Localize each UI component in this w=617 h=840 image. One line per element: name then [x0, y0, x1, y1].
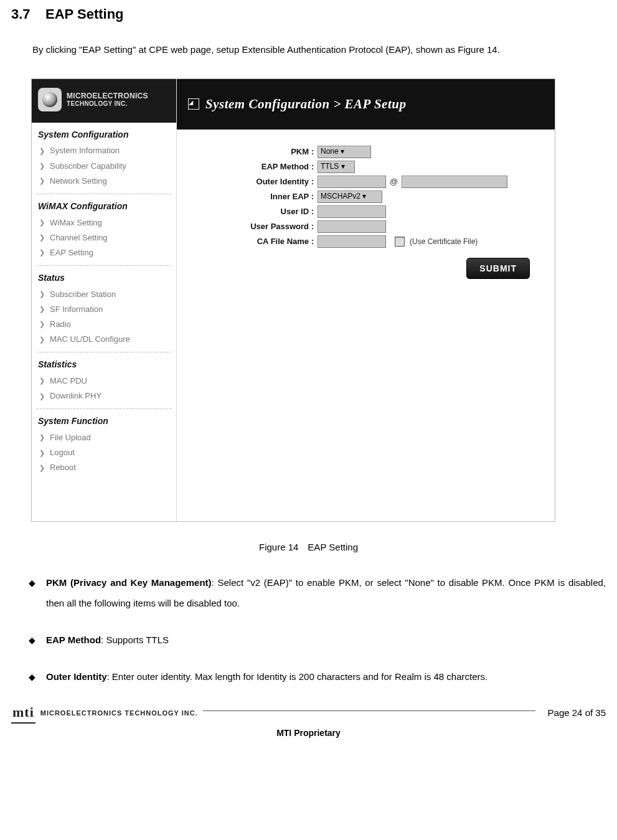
nav-label: MAC PDU — [50, 375, 87, 387]
chevron-right-icon: ❯ — [39, 290, 45, 299]
nav-label: File Upload — [50, 432, 91, 443]
chevron-right-icon: ❯ — [39, 218, 45, 227]
bullet-list: PKM (Privacy and Key Management): Select… — [11, 572, 606, 687]
chevron-right-icon: ❯ — [39, 248, 45, 257]
sidebar-item-file-upload[interactable]: ❯File Upload — [32, 430, 176, 445]
section-number: 3.7 — [11, 6, 31, 22]
footer-proprietary: MTI Proprietary — [11, 727, 606, 740]
pkm-select[interactable]: None ▾ — [318, 146, 371, 158]
nav-label: System Information — [50, 145, 120, 156]
footer-company: MICROELECTRONICS TECHNOLOGY INC. — [40, 709, 198, 718]
sidebar-item-mac-pdu[interactable]: ❯MAC PDU — [32, 374, 176, 389]
eap-method-value: TTLS — [321, 162, 339, 171]
sidebar-item-subscriber-capability[interactable]: ❯Subscriber Capability — [32, 159, 176, 174]
section-heading: 3.7 EAP Setting — [11, 5, 606, 24]
sidebar-item-mac-uldl[interactable]: ❯MAC UL/DL Configure — [32, 332, 176, 347]
section-title: EAP Setting — [45, 6, 124, 22]
nav-label: Reboot — [50, 462, 76, 473]
sidebar-item-channel-setting[interactable]: ❯Channel Setting — [32, 230, 176, 245]
chevron-right-icon: ❯ — [39, 392, 45, 401]
chevron-right-icon: ❯ — [39, 448, 45, 458]
nav-label: Network Setting — [50, 176, 107, 187]
chevron-right-icon: ❯ — [39, 335, 45, 344]
bullet-pkm-bold: PKM (Privacy and Key Management) — [46, 577, 212, 588]
sidebar-item-radio[interactable]: ❯Radio — [32, 317, 176, 332]
use-certificate-checkbox[interactable] — [395, 237, 405, 247]
nav-label: EAP Setting — [50, 247, 93, 258]
brand-logo-icon — [38, 88, 62, 111]
sidebar-item-logout[interactable]: ❯Logout — [32, 445, 176, 460]
page-number: Page 24 of 35 — [548, 706, 606, 720]
footer-divider — [203, 710, 535, 711]
inner-eap-label: Inner EAP : — [177, 191, 318, 202]
sidebar: MICROELECTRONICS TECHNOLOGY INC. System … — [32, 79, 177, 521]
sidebar-item-wimax-setting[interactable]: ❯WiMax Setting — [32, 215, 176, 230]
sidebar-item-subscriber-station[interactable]: ❯Subscriber Station — [32, 287, 176, 302]
chevron-right-icon: ❯ — [39, 161, 45, 171]
pkm-label: PKM : — [177, 146, 318, 158]
footer-logo: mti MICROELECTRONICS TECHNOLOGY INC. — [11, 703, 198, 724]
user-id-input[interactable] — [318, 205, 386, 218]
chevron-right-icon: ❯ — [39, 463, 45, 473]
eap-method-select[interactable]: TTLS ▾ — [318, 161, 355, 173]
user-id-label: User ID : — [177, 206, 318, 217]
chevron-right-icon: ❯ — [39, 146, 45, 156]
bullet-outer-text: : Enter outer identity. Max length for I… — [107, 671, 488, 682]
page-title: System Configuration > EAP Setup — [205, 95, 406, 113]
nav-label: Subscriber Station — [50, 289, 116, 300]
bullet-pkm: PKM (Privacy and Key Management): Select… — [11, 572, 606, 613]
arrow-icon — [188, 98, 199, 110]
bullet-eapm-text: : Supports TTLS — [101, 635, 169, 645]
bullet-eap-method: EAP Method: Supports TTLS — [11, 630, 606, 650]
nav-label: Downlink PHY — [50, 390, 101, 402]
ca-file-input[interactable] — [318, 235, 386, 248]
sidebar-item-downlink-phy[interactable]: ❯Downlink PHY — [32, 389, 176, 403]
use-certificate-label: (Use Certificate File) — [410, 237, 478, 247]
bullet-outer-bold: Outer Identity — [46, 671, 107, 682]
eap-form: PKM : None ▾ EAP Method : TTLS ▾ Outer I… — [177, 130, 555, 279]
inner-eap-value: MSCHAPv2 — [321, 192, 360, 201]
group-system-function: System Function — [32, 409, 176, 430]
chevron-right-icon: ❯ — [39, 376, 45, 385]
inner-eap-select[interactable]: MSCHAPv2 ▾ — [318, 191, 382, 203]
bullet-eapm-bold: EAP Method — [46, 635, 101, 645]
nav-label: MAC UL/DL Configure — [50, 334, 130, 345]
group-statistics: Statistics — [32, 352, 176, 374]
chevron-right-icon: ❯ — [39, 433, 45, 442]
app-frame: MICROELECTRONICS TECHNOLOGY INC. System … — [31, 78, 555, 522]
sidebar-item-reboot[interactable]: ❯Reboot — [32, 460, 176, 475]
outer-identity-realm-input[interactable] — [402, 176, 507, 188]
user-password-input[interactable] — [318, 220, 386, 233]
page-footer: mti MICROELECTRONICS TECHNOLOGY INC. Pag… — [11, 703, 606, 739]
sidebar-item-network-setting[interactable]: ❯Network Setting — [32, 174, 176, 189]
nav-label: Radio — [50, 319, 71, 330]
chevron-right-icon: ❯ — [39, 176, 45, 186]
at-symbol: @ — [390, 176, 398, 187]
footer-mark: mti — [11, 703, 35, 724]
intro-paragraph: By clicking "EAP Setting" at CPE web pag… — [11, 39, 606, 60]
group-wimax-configuration: WiMAX Configuration — [32, 194, 176, 215]
figure-caption: Figure 14 EAP Setting — [11, 540, 606, 554]
group-status: Status — [32, 266, 176, 287]
nav-label: Channel Setting — [50, 232, 108, 243]
pkm-value: None — [321, 147, 339, 156]
submit-button[interactable]: SUBMIT — [466, 258, 530, 279]
user-password-label: User Password : — [177, 221, 318, 232]
group-system-configuration: System Configuration — [32, 123, 176, 144]
brand: MICROELECTRONICS TECHNOLOGY INC. — [32, 79, 176, 123]
outer-identity-label: Outer Identity : — [177, 176, 318, 187]
brand-line2: TECHNOLOGY INC. — [67, 100, 148, 107]
nav-label: WiMax Setting — [50, 217, 102, 229]
outer-identity-input[interactable] — [318, 176, 386, 188]
nav-label: Subscriber Capability — [50, 161, 126, 172]
bullet-outer-identity: Outer Identity: Enter outer identity. Ma… — [11, 666, 606, 687]
sidebar-item-eap-setting[interactable]: ❯EAP Setting — [32, 245, 176, 260]
page-header: System Configuration > EAP Setup — [177, 79, 555, 130]
content-pane: System Configuration > EAP Setup PKM : N… — [177, 79, 555, 521]
sidebar-item-system-information[interactable]: ❯System Information — [32, 143, 176, 158]
chevron-right-icon: ❯ — [39, 319, 45, 329]
chevron-right-icon: ❯ — [39, 304, 45, 314]
chevron-right-icon: ❯ — [39, 233, 45, 242]
sidebar-item-sf-information[interactable]: ❯SF Information — [32, 302, 176, 317]
nav-label: Logout — [50, 447, 75, 458]
